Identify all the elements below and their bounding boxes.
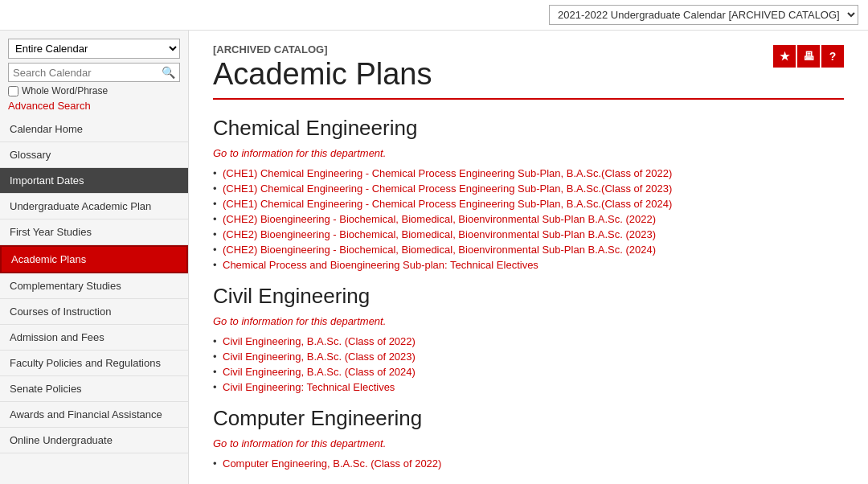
- sidebar-item-undergraduate-academic-plan[interactable]: Undergraduate Academic Plan: [0, 194, 188, 219]
- sidebar-item-calendar-home[interactable]: Calendar Home: [0, 117, 188, 142]
- catalog-select[interactable]: 2021-2022 Undergraduate Calendar [ARCHIV…: [549, 5, 858, 25]
- list-item-link[interactable]: (CHE2) Bioengineering - Biochemical, Bio…: [223, 228, 656, 240]
- section-title-0: Chemical Engineering: [213, 116, 844, 141]
- list-item: (CHE2) Bioengineering - Biochemical, Bio…: [213, 211, 844, 227]
- item-list-2: Computer Engineering, B.A.Sc. (Class of …: [213, 456, 844, 471]
- sidebar-item-courses-of-instruction[interactable]: Courses of Instruction: [0, 299, 188, 325]
- list-item: Computer Engineering, B.A.Sc. (Class of …: [213, 456, 844, 471]
- list-item-link[interactable]: Civil Engineering, B.A.Sc. (Class of 202…: [223, 366, 416, 378]
- list-item-link[interactable]: (CHE2) Bioengineering - Biochemical, Bio…: [223, 244, 656, 256]
- list-item-link[interactable]: Civil Engineering, B.A.Sc. (Class of 202…: [223, 335, 416, 347]
- list-item: (CHE1) Chemical Engineering - Chemical P…: [213, 181, 844, 196]
- whole-word-checkbox[interactable]: [8, 86, 18, 96]
- dept-link-1[interactable]: Go to information for this department.: [213, 315, 844, 327]
- title-divider: [213, 98, 844, 100]
- list-item: (CHE1) Chemical Engineering - Chemical P…: [213, 196, 844, 211]
- item-list-0: (CHE1) Chemical Engineering - Chemical P…: [213, 166, 844, 273]
- list-item-link[interactable]: Computer Engineering, B.A.Sc. (Class of …: [223, 457, 441, 470]
- list-item: Civil Engineering, B.A.Sc. (Class of 202…: [213, 349, 844, 364]
- catalog-selector-wrapper: 2021-2022 Undergraduate Calendar [ARCHIV…: [549, 5, 858, 25]
- list-item: Civil Engineering: Technical Electives: [213, 379, 844, 395]
- list-item: (CHE2) Bioengineering - Biochemical, Bio…: [213, 227, 844, 242]
- sidebar-item-senate-policies[interactable]: Senate Policies: [0, 376, 188, 402]
- sidebar-item-complementary-studies[interactable]: Complementary Studies: [0, 273, 188, 299]
- dept-link-2[interactable]: Go to information for this department.: [213, 437, 844, 449]
- sidebar-item-important-dates[interactable]: Important Dates: [0, 168, 188, 194]
- list-item: (CHE1) Chemical Engineering - Chemical P…: [213, 166, 844, 181]
- list-item-link[interactable]: (CHE1) Chemical Engineering - Chemical P…: [223, 183, 672, 195]
- item-list-1: Civil Engineering, B.A.Sc. (Class of 202…: [213, 334, 844, 395]
- list-item-link[interactable]: Chemical Process and Bioengineering Sub-…: [223, 259, 538, 271]
- page-title: Academic Plans: [213, 57, 844, 92]
- sidebar-item-first-year-studies[interactable]: First Year Studies: [0, 219, 188, 245]
- scope-select[interactable]: Entire Calendar: [8, 39, 180, 59]
- main-layout: Entire Calendar 🔍 Whole Word/Phrase Adva…: [0, 31, 868, 484]
- sidebar-item-glossary[interactable]: Glossary: [0, 142, 188, 168]
- list-item: Civil Engineering, B.A.Sc. (Class of 202…: [213, 334, 844, 349]
- search-input[interactable]: [9, 64, 158, 81]
- archived-label: [ARCHIVED CATALOG]: [213, 43, 844, 55]
- section-title-2: Computer Engineering: [213, 406, 844, 431]
- sidebar: Entire Calendar 🔍 Whole Word/Phrase Adva…: [0, 31, 189, 484]
- search-button[interactable]: 🔍: [158, 64, 179, 81]
- favorite-button[interactable]: ★: [773, 45, 796, 68]
- list-item: Chemical Process and Bioengineering Sub-…: [213, 257, 844, 273]
- list-item: Civil Engineering, B.A.Sc. (Class of 202…: [213, 364, 844, 379]
- main-content: ★ 🖶 ? [ARCHIVED CATALOG] Academic Plans …: [189, 31, 868, 484]
- list-item-link[interactable]: (CHE1) Chemical Engineering - Chemical P…: [223, 167, 672, 179]
- dept-link-0[interactable]: Go to information for this department.: [213, 147, 844, 159]
- whole-word-row: Whole Word/Phrase: [8, 85, 180, 96]
- search-row: 🔍: [8, 63, 180, 82]
- sidebar-nav: Calendar HomeGlossaryImportant DatesUnde…: [0, 117, 188, 453]
- sections-container: Chemical EngineeringGo to information fo…: [213, 116, 844, 471]
- sidebar-item-awards-and-financial-assistance[interactable]: Awards and Financial Assistance: [0, 402, 188, 428]
- top-bar: 2021-2022 Undergraduate Calendar [ARCHIV…: [0, 0, 868, 31]
- advanced-search-link[interactable]: Advanced Search: [8, 100, 180, 112]
- sidebar-item-academic-plans[interactable]: Academic Plans: [0, 245, 188, 273]
- list-item: (CHE2) Bioengineering - Biochemical, Bio…: [213, 242, 844, 257]
- action-icons: ★ 🖶 ?: [773, 45, 844, 68]
- list-item-link[interactable]: Civil Engineering, B.A.Sc. (Class of 202…: [223, 351, 416, 363]
- sidebar-item-faculty-policies-and-regulations[interactable]: Faculty Policies and Regulations: [0, 351, 188, 376]
- section-title-1: Civil Engineering: [213, 284, 844, 309]
- sidebar-item-online-undergraduate[interactable]: Online Undergraduate: [0, 428, 188, 453]
- sidebar-item-admission-and-fees[interactable]: Admission and Fees: [0, 325, 188, 351]
- whole-word-label: Whole Word/Phrase: [22, 85, 108, 96]
- list-item-link[interactable]: (CHE2) Bioengineering - Biochemical, Bio…: [223, 213, 656, 225]
- list-item-link[interactable]: Civil Engineering: Technical Electives: [223, 381, 395, 393]
- search-area: Entire Calendar 🔍 Whole Word/Phrase Adva…: [0, 31, 188, 117]
- print-button[interactable]: 🖶: [797, 45, 820, 68]
- list-item-link[interactable]: (CHE1) Chemical Engineering - Chemical P…: [223, 198, 672, 210]
- help-button[interactable]: ?: [821, 45, 844, 68]
